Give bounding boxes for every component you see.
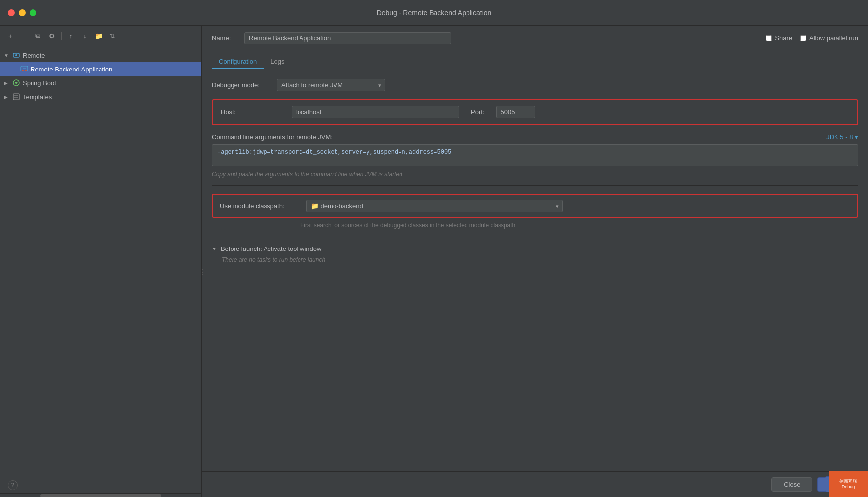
svg-rect-7: [13, 94, 19, 100]
bottom-bar: Close Apply: [202, 471, 868, 497]
expand-arrow-templates: ▶: [4, 94, 12, 100]
arrow-down-icon: ↓: [83, 32, 87, 40]
section-divider-2: [212, 237, 858, 237]
cmd-section: Command line arguments for remote JVM: J…: [212, 133, 858, 178]
jdk-version-link[interactable]: JDK 5 - 8 ▾: [826, 133, 858, 141]
content-panel: Name: Share Allow parallel run Configura…: [202, 26, 868, 497]
close-button[interactable]: Close: [771, 477, 812, 492]
sidebar-item-remote-backend[interactable]: Remote Backend Application: [0, 62, 201, 76]
tab-logs[interactable]: Logs: [264, 55, 291, 69]
cmd-textarea[interactable]: [212, 144, 858, 166]
move-up-button[interactable]: ↑: [66, 31, 76, 41]
debug-brand-area: Debug 创新互联Debug: [825, 471, 868, 497]
copy-config-button[interactable]: ⧉: [33, 31, 43, 41]
debugger-mode-select[interactable]: Attach to remote JVM Listen to remote JV…: [277, 79, 385, 91]
sidebar-scrollbar-thumb: [40, 494, 161, 497]
add-config-button[interactable]: +: [5, 31, 16, 41]
gear-icon: ⚙: [49, 32, 55, 40]
debugger-mode-label: Debugger mode:: [212, 81, 271, 89]
templates-icon: [12, 92, 21, 101]
sort-icon: ⇅: [109, 32, 115, 40]
spring-boot-icon: [12, 78, 21, 87]
close-window-button[interactable]: [8, 9, 15, 16]
name-label: Name:: [212, 35, 236, 42]
host-input[interactable]: [292, 106, 459, 118]
sidebar-toolbar: + − ⧉ ⚙ ↑ ↓ 📁 ⇅: [0, 26, 201, 46]
tab-configuration[interactable]: Configuration: [212, 55, 264, 69]
brand-text: 创新互联Debug: [839, 479, 857, 490]
port-label: Port:: [471, 108, 484, 116]
maximize-window-button[interactable]: [30, 9, 36, 16]
parallel-checkbox-group: Allow parallel run: [800, 35, 858, 42]
folder-button[interactable]: 📁: [93, 31, 104, 41]
cmd-header: Command line arguments for remote JVM: J…: [212, 133, 858, 141]
brand-watermark: 创新互联Debug: [829, 471, 868, 497]
sidebar-item-remote[interactable]: ▼ Remote: [0, 48, 201, 62]
sidebar-item-label-spring: Spring Boot: [23, 79, 56, 87]
tab-logs-label: Logs: [270, 58, 284, 65]
cmd-hint: Copy and paste the arguments to the comm…: [212, 171, 858, 178]
minimize-window-button[interactable]: [19, 9, 26, 16]
toolbar-separator-1: [61, 32, 62, 40]
module-select-wrapper: 📁 demo-backend: [306, 200, 563, 212]
config-header: Name: Share Allow parallel run: [202, 26, 868, 51]
before-launch-header: ▼ Before launch: Activate tool window: [212, 245, 858, 252]
host-label: Host:: [221, 108, 280, 116]
sidebar-scrollbar: [0, 493, 201, 497]
tab-configuration-label: Configuration: [219, 58, 257, 65]
section-divider: [212, 185, 858, 186]
expand-arrow-spring: ▶: [4, 80, 12, 86]
sidebar-item-label-backend: Remote Backend Application: [31, 66, 112, 73]
remove-config-button[interactable]: −: [19, 31, 30, 41]
port-input[interactable]: [496, 106, 535, 118]
header-options: Share Allow parallel run: [766, 35, 858, 42]
share-checkbox-group: Share: [766, 35, 792, 42]
module-classpath-box: Use module classpath: 📁 demo-backend: [212, 194, 858, 218]
main-layout: + − ⧉ ⚙ ↑ ↓ 📁 ⇅: [0, 26, 868, 497]
debugger-mode-select-wrapper: Attach to remote JVM Listen to remote JV…: [277, 79, 385, 91]
sidebar-item-spring-boot[interactable]: ▶ Spring Boot: [0, 76, 201, 90]
cmd-label: Command line arguments for remote JVM:: [212, 133, 333, 141]
window-title: Debug - Remote Backend Application: [377, 9, 492, 17]
minus-icon: −: [22, 32, 26, 40]
sort-button[interactable]: ⇅: [107, 31, 118, 41]
module-classpath-select[interactable]: 📁 demo-backend: [306, 200, 563, 212]
help-button[interactable]: ?: [8, 480, 18, 490]
module-classpath-hint: First search for sources of the debugged…: [212, 222, 858, 229]
settings-config-button[interactable]: ⚙: [46, 31, 57, 41]
arrow-up-icon: ↑: [69, 32, 73, 40]
form-content: Debugger mode: Attach to remote JVM List…: [202, 69, 868, 471]
sidebar: + − ⧉ ⚙ ↑ ↓ 📁 ⇅: [0, 26, 202, 497]
before-launch-hint: There are no tasks to run before launch: [212, 256, 858, 263]
sidebar-resize-handle[interactable]: [201, 46, 204, 497]
question-mark-icon: ?: [11, 482, 15, 489]
plus-icon: +: [8, 32, 12, 40]
module-classpath-label: Use module classpath:: [220, 202, 299, 210]
allow-parallel-label: Allow parallel run: [809, 35, 858, 42]
title-bar: Debug - Remote Backend Application: [0, 0, 868, 26]
folder-icon: 📁: [95, 32, 103, 40]
before-launch-label: Before launch: Activate tool window: [221, 245, 322, 252]
sidebar-item-templates[interactable]: ▶ Templates: [0, 90, 201, 104]
debug-config-icon: [20, 65, 29, 73]
sidebar-tree: ▼ Remote: [0, 46, 201, 493]
remote-group-icon: [12, 51, 21, 60]
config-name-input[interactable]: [244, 32, 451, 44]
close-button-label: Close: [784, 481, 800, 488]
tabs-bar: Configuration Logs: [202, 51, 868, 69]
share-checkbox[interactable]: [766, 35, 772, 41]
expand-arrow-remote: ▼: [4, 53, 12, 58]
sidebar-item-label-remote: Remote: [23, 52, 45, 59]
host-port-box: Host: Port:: [212, 99, 858, 125]
allow-parallel-checkbox[interactable]: [800, 35, 806, 41]
svg-point-1: [15, 54, 17, 56]
before-launch-arrow: ▼: [212, 246, 217, 251]
sidebar-item-label-templates: Templates: [23, 93, 52, 101]
svg-point-4: [25, 70, 27, 71]
before-launch-section: ▼ Before launch: Activate tool window Th…: [212, 245, 858, 263]
copy-icon: ⧉: [35, 32, 40, 40]
traffic-lights: [8, 9, 36, 16]
debugger-mode-row: Debugger mode: Attach to remote JVM List…: [212, 79, 858, 91]
svg-point-3: [22, 70, 24, 71]
move-down-button[interactable]: ↓: [79, 31, 90, 41]
